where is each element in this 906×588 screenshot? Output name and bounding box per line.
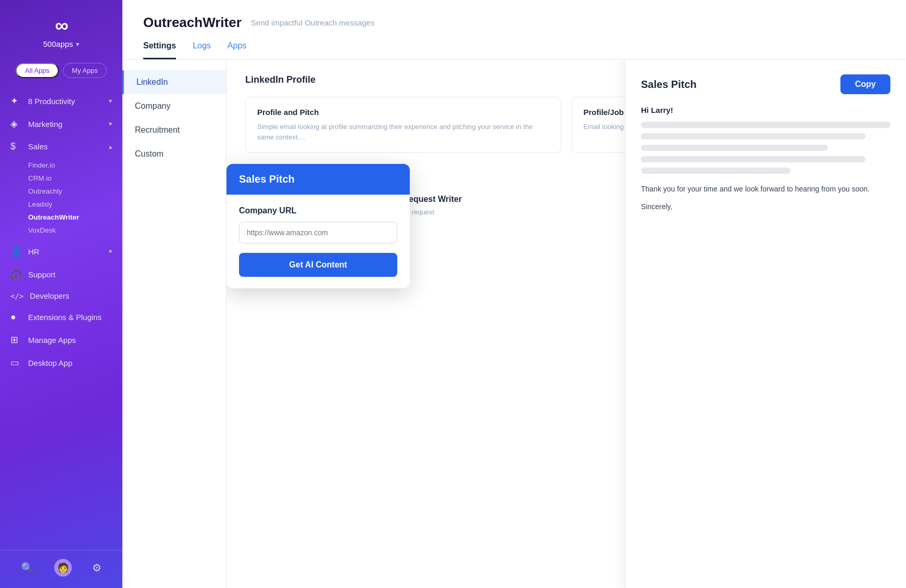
copy-button[interactable]: Copy bbox=[840, 74, 890, 94]
skeleton-line-1 bbox=[641, 122, 890, 128]
tab-apps[interactable]: Apps bbox=[228, 41, 246, 59]
sales-icon: $ bbox=[10, 141, 22, 152]
sidebar-item-extensions[interactable]: ● Extensions & Plugins bbox=[0, 306, 122, 328]
sidebar-item-developers[interactable]: </> Developers bbox=[0, 286, 122, 306]
marketing-label: Marketing bbox=[28, 120, 62, 129]
sidebar-nav: ✦ 8 Productivity ▾ ◈ Marketing ▾ $ Sales… bbox=[0, 87, 122, 550]
sales-footer-line2: Sincerely, bbox=[641, 201, 890, 212]
subitem-crm[interactable]: CRM.io bbox=[28, 172, 122, 185]
sales-result-header: Sales Pitch Copy bbox=[641, 74, 890, 94]
productivity-chevron-icon: ▾ bbox=[109, 97, 112, 105]
main-header: OutreachWriter Send impactful Outreach m… bbox=[122, 0, 906, 60]
sidebar-item-productivity[interactable]: ✦ 8 Productivity ▾ bbox=[0, 90, 122, 112]
marketing-icon: ◈ bbox=[10, 118, 22, 130]
subitem-leadsly[interactable]: Leadsly bbox=[28, 198, 122, 211]
my-apps-tab[interactable]: My Apps bbox=[63, 63, 107, 78]
skeleton-line-4 bbox=[641, 156, 865, 162]
sidebar-item-support[interactable]: 🎧 Support bbox=[0, 263, 122, 286]
sidebar-logo: ∞ 500apps ▾ bbox=[0, 0, 122, 58]
settings-main-content: LinkedIn Profile Profile and Pitch Simpl… bbox=[227, 60, 906, 588]
sidebar-item-manage-apps[interactable]: ⊞ Manage Apps bbox=[0, 328, 122, 351]
all-apps-tab[interactable]: All Apps bbox=[16, 63, 59, 78]
content-area: LinkedIn Company Recruitment Custom Link… bbox=[122, 60, 906, 588]
main-content: OutreachWriter Send impactful Outreach m… bbox=[122, 0, 906, 588]
sidebar-item-sales[interactable]: $ Sales ▴ bbox=[0, 135, 122, 158]
profile-pitch-desc: Simple email looking at profile summariz… bbox=[257, 122, 549, 142]
settings-nav-recruitment[interactable]: Recruitment bbox=[122, 118, 226, 142]
settings-bottom-icon[interactable]: ⚙ bbox=[92, 561, 102, 574]
settings-nav-company[interactable]: Company bbox=[122, 94, 226, 118]
hr-label: HR bbox=[28, 247, 40, 256]
avatar[interactable]: 🧑 bbox=[54, 559, 72, 577]
sales-footer: Thank you for your time and we look forw… bbox=[641, 183, 890, 213]
sidebar: ∞ 500apps ▾ All Apps My Apps ✦ 8 Product… bbox=[0, 0, 122, 588]
sales-greeting: Hi Larry! bbox=[641, 106, 890, 114]
sales-footer-line1: Thank you for your time and we look forw… bbox=[641, 183, 890, 195]
tab-settings[interactable]: Settings bbox=[143, 41, 176, 59]
skeleton-line-2 bbox=[641, 133, 865, 139]
subitem-outreachly[interactable]: Outreachly bbox=[28, 185, 122, 198]
productivity-icon: ✦ bbox=[10, 95, 22, 107]
company-url-input[interactable] bbox=[239, 222, 397, 244]
company-url-label: Company URL bbox=[239, 206, 397, 215]
custom-panel: Sales Pitch Company URL Get AI Content bbox=[227, 164, 410, 288]
support-label: Support bbox=[28, 270, 56, 279]
settings-nav-linkedin[interactable]: LinkedIn bbox=[122, 70, 226, 94]
settings-nav-custom[interactable]: Custom bbox=[122, 142, 226, 166]
productivity-label: 8 Productivity bbox=[28, 97, 75, 106]
skeleton-line-5 bbox=[641, 168, 790, 174]
marketing-chevron-icon: ▾ bbox=[109, 120, 112, 127]
sidebar-bottom: 🔍 🧑 ⚙ bbox=[0, 550, 122, 588]
page-title: OutreachWriter bbox=[143, 15, 242, 31]
custom-panel-body: Company URL Get AI Content bbox=[227, 195, 410, 288]
profile-pitch-card[interactable]: Profile and Pitch Simple email looking a… bbox=[245, 97, 561, 153]
sidebar-tabs: All Apps My Apps bbox=[0, 63, 122, 78]
subitem-finder[interactable]: Finder.io bbox=[28, 159, 122, 172]
developers-icon: </> bbox=[10, 292, 23, 300]
manage-apps-icon: ⊞ bbox=[10, 334, 22, 346]
settings-sidebar: LinkedIn Company Recruitment Custom bbox=[122, 60, 227, 588]
brand-name: 500apps bbox=[43, 40, 73, 48]
main-tabs: Settings Logs Apps bbox=[143, 41, 885, 59]
desktop-app-icon: ▭ bbox=[10, 357, 22, 368]
subitem-outreachwriter[interactable]: OutreachWriter bbox=[28, 211, 122, 224]
sidebar-item-desktop-app[interactable]: ▭ Desktop App bbox=[0, 351, 122, 374]
desktop-app-label: Desktop App bbox=[28, 359, 72, 367]
hr-icon: 👤 bbox=[10, 246, 22, 257]
subitem-voxdesk[interactable]: VoxDesk bbox=[28, 224, 122, 237]
manage-apps-label: Manage Apps bbox=[28, 336, 76, 344]
logo-icon: ∞ bbox=[55, 15, 68, 36]
sales-result-title: Sales Pitch bbox=[641, 79, 697, 91]
search-bottom-icon[interactable]: 🔍 bbox=[21, 561, 34, 574]
page-subtitle: Send impactful Outreach messages bbox=[251, 18, 375, 27]
custom-panel-title: Sales Pitch bbox=[239, 173, 397, 185]
tab-logs[interactable]: Logs bbox=[193, 41, 211, 59]
profile-pitch-title: Profile and Pitch bbox=[257, 108, 549, 117]
sales-subitems: Finder.io CRM.io Outreachly Leadsly Outr… bbox=[0, 158, 122, 240]
brand-chevron-icon[interactable]: ▾ bbox=[76, 41, 79, 48]
sidebar-item-hr[interactable]: 👤 HR ▾ bbox=[0, 240, 122, 263]
extensions-icon: ● bbox=[10, 312, 22, 323]
sales-result-panel: Sales Pitch Copy Hi Larry! Thank you for… bbox=[625, 60, 906, 588]
sidebar-item-marketing[interactable]: ◈ Marketing ▾ bbox=[0, 112, 122, 135]
custom-panel-header: Sales Pitch bbox=[227, 164, 410, 195]
developers-label: Developers bbox=[30, 291, 69, 300]
sales-chevron-icon: ▴ bbox=[109, 143, 112, 150]
sales-label: Sales bbox=[28, 142, 48, 151]
support-icon: 🎧 bbox=[10, 269, 22, 280]
extensions-label: Extensions & Plugins bbox=[28, 313, 102, 322]
hr-chevron-icon: ▾ bbox=[109, 248, 112, 255]
skeleton-line-3 bbox=[641, 145, 828, 151]
get-ai-content-button[interactable]: Get AI Content bbox=[239, 253, 397, 277]
